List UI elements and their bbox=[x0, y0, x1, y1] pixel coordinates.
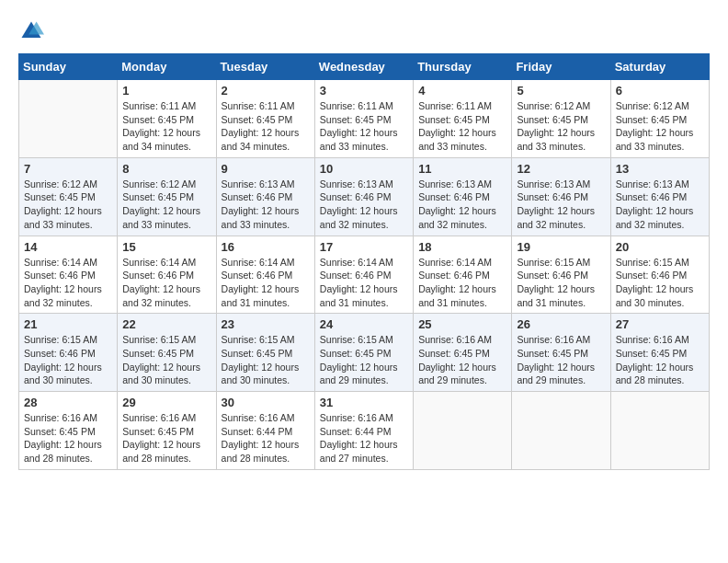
calendar-cell: 13Sunrise: 6:13 AM Sunset: 6:46 PM Dayli… bbox=[610, 157, 709, 236]
day-info: Sunrise: 6:11 AM Sunset: 6:45 PM Dayligh… bbox=[222, 99, 310, 154]
calendar-cell: 20Sunrise: 6:15 AM Sunset: 6:46 PM Dayli… bbox=[610, 236, 709, 314]
calendar-cell: 6Sunrise: 6:12 AM Sunset: 6:45 PM Daylig… bbox=[610, 80, 709, 158]
calendar-cell: 11Sunrise: 6:13 AM Sunset: 6:46 PM Dayli… bbox=[414, 157, 512, 236]
calendar-cell: 16Sunrise: 6:14 AM Sunset: 6:46 PM Dayli… bbox=[216, 236, 314, 314]
day-info: Sunrise: 6:16 AM Sunset: 6:44 PM Dayligh… bbox=[320, 411, 408, 465]
day-number: 25 bbox=[418, 317, 506, 331]
calendar-cell: 25Sunrise: 6:16 AM Sunset: 6:45 PM Dayli… bbox=[414, 314, 512, 392]
calendar-cell: 7Sunrise: 6:12 AM Sunset: 6:45 PM Daylig… bbox=[19, 157, 118, 236]
week-row-2: 7Sunrise: 6:12 AM Sunset: 6:45 PM Daylig… bbox=[19, 157, 710, 236]
calendar-body: 1Sunrise: 6:11 AM Sunset: 6:45 PM Daylig… bbox=[19, 80, 710, 470]
day-info: Sunrise: 6:13 AM Sunset: 6:46 PM Dayligh… bbox=[222, 178, 310, 232]
calendar-cell: 23Sunrise: 6:15 AM Sunset: 6:45 PM Dayli… bbox=[216, 314, 314, 392]
logo bbox=[18, 18, 46, 44]
day-number: 16 bbox=[222, 240, 310, 254]
calendar-table: SundayMondayTuesdayWednesdayThursdayFrid… bbox=[18, 53, 710, 470]
day-info: Sunrise: 6:14 AM Sunset: 6:46 PM Dayligh… bbox=[320, 256, 408, 310]
day-number: 27 bbox=[616, 317, 704, 331]
week-row-4: 21Sunrise: 6:15 AM Sunset: 6:46 PM Dayli… bbox=[19, 314, 710, 392]
day-number: 26 bbox=[517, 317, 605, 331]
day-number: 7 bbox=[24, 162, 112, 176]
header-cell-monday: Monday bbox=[118, 54, 216, 80]
day-info: Sunrise: 6:12 AM Sunset: 6:45 PM Dayligh… bbox=[122, 178, 210, 232]
day-info: Sunrise: 6:16 AM Sunset: 6:45 PM Dayligh… bbox=[122, 411, 210, 465]
day-number: 21 bbox=[24, 317, 112, 331]
day-number: 30 bbox=[222, 396, 310, 409]
day-info: Sunrise: 6:13 AM Sunset: 6:46 PM Dayligh… bbox=[616, 178, 704, 232]
day-number: 17 bbox=[320, 240, 408, 254]
calendar-cell: 21Sunrise: 6:15 AM Sunset: 6:46 PM Dayli… bbox=[19, 314, 118, 392]
day-info: Sunrise: 6:16 AM Sunset: 6:44 PM Dayligh… bbox=[222, 411, 310, 465]
day-info: Sunrise: 6:16 AM Sunset: 6:45 PM Dayligh… bbox=[616, 333, 704, 387]
calendar-cell: 8Sunrise: 6:12 AM Sunset: 6:45 PM Daylig… bbox=[118, 157, 216, 236]
day-number: 24 bbox=[320, 317, 408, 331]
calendar-cell: 29Sunrise: 6:16 AM Sunset: 6:45 PM Dayli… bbox=[118, 392, 216, 470]
day-number: 14 bbox=[24, 240, 112, 254]
day-number: 6 bbox=[616, 84, 704, 98]
day-number: 22 bbox=[122, 317, 210, 331]
header-cell-wednesday: Wednesday bbox=[314, 54, 413, 80]
day-number: 15 bbox=[122, 240, 210, 254]
header-cell-friday: Friday bbox=[512, 54, 610, 80]
calendar-cell: 19Sunrise: 6:15 AM Sunset: 6:46 PM Dayli… bbox=[512, 236, 610, 314]
day-number: 13 bbox=[616, 162, 704, 176]
day-info: Sunrise: 6:11 AM Sunset: 6:45 PM Dayligh… bbox=[122, 99, 210, 154]
day-info: Sunrise: 6:14 AM Sunset: 6:46 PM Dayligh… bbox=[122, 256, 210, 310]
calendar-cell: 10Sunrise: 6:13 AM Sunset: 6:46 PM Dayli… bbox=[314, 157, 413, 236]
day-info: Sunrise: 6:15 AM Sunset: 6:46 PM Dayligh… bbox=[616, 256, 704, 310]
day-info: Sunrise: 6:11 AM Sunset: 6:45 PM Dayligh… bbox=[320, 99, 408, 154]
calendar-cell: 27Sunrise: 6:16 AM Sunset: 6:45 PM Dayli… bbox=[610, 314, 709, 392]
calendar-cell bbox=[512, 392, 610, 470]
day-number: 20 bbox=[616, 240, 704, 254]
calendar-cell: 1Sunrise: 6:11 AM Sunset: 6:45 PM Daylig… bbox=[118, 80, 216, 158]
calendar-cell: 5Sunrise: 6:12 AM Sunset: 6:45 PM Daylig… bbox=[512, 80, 610, 158]
day-info: Sunrise: 6:13 AM Sunset: 6:46 PM Dayligh… bbox=[418, 178, 506, 232]
day-info: Sunrise: 6:15 AM Sunset: 6:45 PM Dayligh… bbox=[122, 333, 210, 387]
day-number: 28 bbox=[24, 396, 112, 409]
calendar-cell: 28Sunrise: 6:16 AM Sunset: 6:45 PM Dayli… bbox=[19, 392, 118, 470]
week-row-5: 28Sunrise: 6:16 AM Sunset: 6:45 PM Dayli… bbox=[19, 392, 710, 470]
calendar-cell: 18Sunrise: 6:14 AM Sunset: 6:46 PM Dayli… bbox=[414, 236, 512, 314]
day-info: Sunrise: 6:16 AM Sunset: 6:45 PM Dayligh… bbox=[517, 333, 605, 387]
day-number: 29 bbox=[122, 396, 210, 409]
day-info: Sunrise: 6:15 AM Sunset: 6:45 PM Dayligh… bbox=[320, 333, 408, 387]
day-info: Sunrise: 6:14 AM Sunset: 6:46 PM Dayligh… bbox=[222, 256, 310, 310]
day-info: Sunrise: 6:12 AM Sunset: 6:45 PM Dayligh… bbox=[616, 99, 704, 154]
header-cell-sunday: Sunday bbox=[19, 54, 118, 80]
day-number: 23 bbox=[222, 317, 310, 331]
day-number: 18 bbox=[418, 240, 506, 254]
day-info: Sunrise: 6:14 AM Sunset: 6:46 PM Dayligh… bbox=[418, 256, 506, 310]
calendar-cell: 24Sunrise: 6:15 AM Sunset: 6:45 PM Dayli… bbox=[314, 314, 413, 392]
day-number: 5 bbox=[517, 84, 605, 98]
calendar-cell: 14Sunrise: 6:14 AM Sunset: 6:46 PM Dayli… bbox=[19, 236, 118, 314]
day-number: 2 bbox=[222, 84, 310, 98]
day-number: 9 bbox=[222, 162, 310, 176]
calendar-cell: 12Sunrise: 6:13 AM Sunset: 6:46 PM Dayli… bbox=[512, 157, 610, 236]
day-number: 11 bbox=[418, 162, 506, 176]
day-info: Sunrise: 6:15 AM Sunset: 6:46 PM Dayligh… bbox=[517, 256, 605, 310]
week-row-3: 14Sunrise: 6:14 AM Sunset: 6:46 PM Dayli… bbox=[19, 236, 710, 314]
day-info: Sunrise: 6:13 AM Sunset: 6:46 PM Dayligh… bbox=[517, 178, 605, 232]
day-info: Sunrise: 6:14 AM Sunset: 6:46 PM Dayligh… bbox=[24, 256, 112, 310]
day-info: Sunrise: 6:11 AM Sunset: 6:45 PM Dayligh… bbox=[418, 99, 506, 154]
calendar-cell bbox=[414, 392, 512, 470]
day-info: Sunrise: 6:15 AM Sunset: 6:45 PM Dayligh… bbox=[222, 333, 310, 387]
calendar-cell bbox=[610, 392, 709, 470]
calendar-cell: 2Sunrise: 6:11 AM Sunset: 6:45 PM Daylig… bbox=[216, 80, 314, 158]
calendar-cell: 4Sunrise: 6:11 AM Sunset: 6:45 PM Daylig… bbox=[414, 80, 512, 158]
day-number: 31 bbox=[320, 396, 408, 409]
calendar-cell: 3Sunrise: 6:11 AM Sunset: 6:45 PM Daylig… bbox=[314, 80, 413, 158]
day-number: 10 bbox=[320, 162, 408, 176]
logo-icon bbox=[18, 18, 44, 44]
calendar-cell: 9Sunrise: 6:13 AM Sunset: 6:46 PM Daylig… bbox=[216, 157, 314, 236]
day-number: 19 bbox=[517, 240, 605, 254]
page-header bbox=[18, 18, 710, 44]
day-info: Sunrise: 6:12 AM Sunset: 6:45 PM Dayligh… bbox=[517, 99, 605, 154]
day-number: 8 bbox=[122, 162, 210, 176]
calendar-cell: 17Sunrise: 6:14 AM Sunset: 6:46 PM Dayli… bbox=[314, 236, 413, 314]
day-info: Sunrise: 6:15 AM Sunset: 6:46 PM Dayligh… bbox=[24, 333, 112, 387]
calendar-cell: 15Sunrise: 6:14 AM Sunset: 6:46 PM Dayli… bbox=[118, 236, 216, 314]
calendar-cell: 22Sunrise: 6:15 AM Sunset: 6:45 PM Dayli… bbox=[118, 314, 216, 392]
day-number: 3 bbox=[320, 84, 408, 98]
day-info: Sunrise: 6:13 AM Sunset: 6:46 PM Dayligh… bbox=[320, 178, 408, 232]
